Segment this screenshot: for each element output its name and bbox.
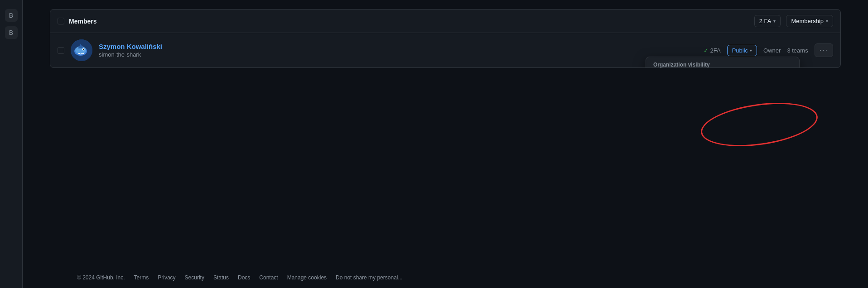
footer: © 2024 GitHub, Inc. Terms Privacy Securi… (50, 267, 841, 288)
footer-link-terms[interactable]: Terms (134, 274, 149, 281)
visibility-label: Public (732, 47, 748, 54)
footer-link-status[interactable]: Status (213, 274, 229, 281)
visibility-chevron-icon: ▾ (750, 48, 752, 53)
select-all-checkbox[interactable] (58, 18, 64, 24)
footer-copyright: © 2024 GitHub, Inc. (77, 274, 125, 281)
spacer (50, 68, 841, 267)
shark-avatar-svg (71, 39, 92, 61)
avatar (71, 39, 92, 61)
member-checkbox[interactable] (58, 47, 64, 54)
role-text: Owner (763, 47, 781, 54)
member-row: Szymon Kowaliński simon-the-shark ✓ 2FA … (50, 33, 840, 67)
visibility-dropdown-menu: Organization visibility ✓ Public Your me… (646, 57, 800, 68)
members-table: Members 2 FA ▾ Membership ▾ (50, 9, 841, 68)
members-header-title: Members (69, 18, 96, 25)
footer-link-docs[interactable]: Docs (238, 274, 250, 281)
visibility-button[interactable]: Public ▾ (727, 45, 757, 56)
svg-rect-6 (79, 53, 80, 54)
more-options-button[interactable]: ··· (815, 43, 833, 57)
svg-point-5 (83, 49, 84, 50)
twofa-text: 2FA (710, 47, 721, 54)
twofa-label: 2 FA (759, 18, 772, 24)
svg-rect-7 (81, 53, 82, 54)
sidebar-icon-1[interactable]: B (5, 9, 18, 22)
twofa-check-icon: ✓ (704, 47, 709, 54)
membership-label: Membership (791, 18, 824, 24)
member-info: Szymon Kowaliński simon-the-shark (99, 43, 697, 58)
twofa-chevron-icon: ▾ (773, 19, 776, 24)
footer-link-contact[interactable]: Contact (259, 274, 278, 281)
membership-chevron-icon: ▾ (826, 19, 828, 24)
dropdown-section-title: Organization visibility (646, 57, 799, 68)
twofa-dropdown-button[interactable]: 2 FA ▾ (754, 15, 781, 27)
footer-link-manage-cookies[interactable]: Manage cookies (287, 274, 327, 281)
membership-dropdown-button[interactable]: Membership ▾ (786, 15, 833, 27)
table-header: Members 2 FA ▾ Membership ▾ (50, 10, 840, 33)
table-header-left: Members (58, 18, 96, 25)
table-header-right: 2 FA ▾ Membership ▾ (754, 15, 833, 27)
footer-link-privacy[interactable]: Privacy (158, 274, 175, 281)
sidebar-icon-2[interactable]: B (5, 26, 18, 39)
avatar-image (71, 39, 92, 61)
footer-link-do-not-share[interactable]: Do not share my personal... (336, 274, 402, 281)
twofa-badge: ✓ 2FA (704, 47, 721, 54)
teams-text: 3 teams (787, 47, 808, 54)
sidebar: B B (0, 0, 23, 288)
member-name[interactable]: Szymon Kowaliński (99, 43, 697, 50)
footer-link-security[interactable]: Security (185, 274, 204, 281)
member-username: simon-the-shark (99, 51, 697, 58)
member-meta: ✓ 2FA Public ▾ Owner 3 teams ··· (704, 43, 833, 57)
